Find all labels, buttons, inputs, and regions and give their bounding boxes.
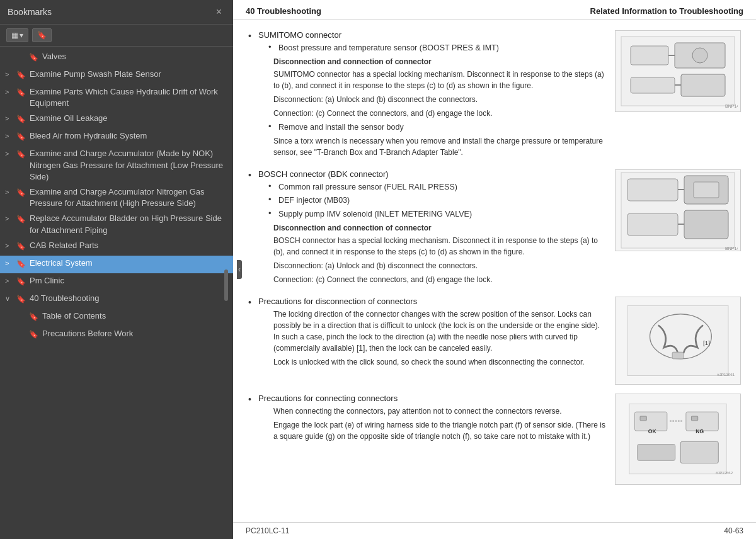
document-content[interactable]: • SUMITOMO connector • Boost pressure an… — [233, 20, 756, 522]
svg-rect-14 — [627, 213, 678, 235]
expand-arrow-electrical[interactable]: > — [5, 259, 14, 268]
sub-bullet-dot2: • — [268, 122, 273, 131]
svg-rect-32 — [680, 442, 718, 463]
connect-precautions-content: Precautions for connecting connectors Wh… — [258, 394, 607, 445]
sumitomo-disconnect: Disconnection: (a) Unlock and (b) discon… — [273, 94, 607, 105]
connect-precautions-body: When connecting the connectors, pay atte… — [273, 406, 607, 442]
bookmark-icon-valves: 🔖 — [29, 52, 38, 63]
expand-arrow-hydraulic-drift[interactable]: > — [5, 88, 14, 97]
sub-bullet-dot: • — [268, 42, 273, 52]
bookmark-icon-accumulator-high: 🔖 — [16, 188, 26, 198]
view-options-button[interactable]: ▦ ▾ — [6, 28, 28, 42]
sumitomo-desc: SUMITOMO connector has a special locking… — [273, 69, 607, 91]
lock-part-desc: Engage the lock part (e) of wiring harne… — [273, 419, 607, 442]
bookmark-item-accumulator-nok[interactable]: >🔖Examine and Charge Accumulator (Made b… — [0, 146, 233, 184]
bookmark-item-swash[interactable]: >🔖Examine Pump Swash Plate Sensor — [0, 67, 233, 84]
bullet-dot6: • — [248, 297, 253, 307]
bookmark-item-pm-clinic[interactable]: >🔖Pm Clinic — [0, 273, 233, 291]
remove-install-item: • Remove and install the sensor body — [268, 122, 607, 133]
disconnect-connect-label: Disconnection and connection of connecto… — [273, 56, 607, 67]
bookmark-tree: 🔖Valves>🔖Examine Pump Swash Plate Sensor… — [0, 47, 233, 539]
expand-arrow-accumulator-nok[interactable]: > — [5, 149, 14, 159]
bosch-image: BNP14298 — [615, 169, 741, 251]
collapse-panel-button[interactable]: ‹ — [237, 260, 242, 279]
bookmark-item-electrical[interactable]: >🔖Electrical System — [0, 256, 233, 273]
footer-page-number: 40-63 — [724, 526, 743, 535]
bookmark-label-electrical: Electrical System — [30, 258, 229, 269]
connect-precautions-section: • Precautions for connecting connectors … — [248, 394, 741, 485]
pliers-image: [1] #JP13061 — [615, 297, 741, 385]
expand-arrow-oil-leakage[interactable]: > — [5, 114, 14, 123]
expand-arrow-replace-bladder[interactable]: > — [5, 214, 14, 224]
click-sound-desc: Lock is unlocked with the click sound, s… — [273, 356, 607, 368]
bookmarks-toolbar: ▦ ▾ 🔖 — [0, 25, 233, 47]
footer-model-number: PC210LC-11 — [246, 526, 289, 535]
bosch-connect: Connection: (c) Connect the connectors, … — [273, 274, 607, 285]
disconnect-precautions-with-image: • Precautions for disconnection of conne… — [248, 297, 741, 385]
svg-text:BNP14298: BNP14298 — [725, 246, 738, 251]
bookmark-item-hydraulic-drift[interactable]: >🔖Examine Parts Which Cause Hydraulic Dr… — [0, 84, 233, 111]
sumitomo-text: • SUMITOMO connector • Boost pressure an… — [248, 30, 607, 161]
chevron-down-icon: ▾ — [20, 31, 23, 40]
bookmark-label-oil-leakage: Examine Oil Leakage — [30, 113, 229, 124]
bosch-section: • BOSCH connector (BDK connector) • Comm… — [248, 169, 741, 288]
bookmark-icon-swash: 🔖 — [16, 70, 26, 81]
expand-arrow-cab-related[interactable]: > — [5, 241, 14, 251]
disconnect-precautions-body: The locking direction of the connector c… — [273, 309, 607, 368]
bosch-disconnect-connect-label: Disconnection and connection of connecto… — [273, 222, 607, 234]
def-injector-item: • DEF injector (MB03) — [268, 195, 607, 207]
sumitomo-connect: Connection: (c) Connect the connectors, … — [273, 108, 607, 119]
pliers-diagram: [1] #JP13061 — [618, 303, 738, 378]
fuel-rail-label: Common rail pressure sensor (FUEL RAIL P… — [278, 181, 457, 193]
bookmark-item-replace-bladder[interactable]: >🔖Replace Accumulator Bladder on High Pr… — [0, 211, 233, 237]
svg-text:#JP13562: #JP13562 — [716, 471, 733, 475]
document-header: 40 Troubleshooting Related Information t… — [233, 0, 756, 20]
disconnect-precautions-title: Precautions for disconnection of connect… — [258, 297, 607, 306]
bosch-with-image: • BOSCH connector (BDK connector) • Comm… — [248, 169, 741, 288]
bookmark-icon-precautions: 🔖 — [29, 329, 38, 340]
bookmark-icon-oil-leakage: 🔖 — [16, 114, 26, 125]
sumitomo-body: Disconnection and connection of connecto… — [273, 56, 607, 119]
locking-direction-desc: The locking direction of the connector c… — [273, 309, 607, 354]
remove-install-label: Remove and install the sensor body — [278, 122, 404, 133]
fuel-rail-item: • Common rail pressure sensor (FUEL RAIL… — [268, 181, 607, 193]
sumitomo-section: • SUMITOMO connector • Boost pressure an… — [248, 30, 741, 161]
sub-bullet-dot3: • — [268, 181, 273, 191]
close-panel-button[interactable]: × — [212, 5, 226, 19]
expand-arrow-accumulator-high[interactable]: > — [5, 188, 14, 197]
disconnect-precautions-section: • Precautions for disconnection of conne… — [248, 297, 741, 385]
bullet-dot3: • — [248, 170, 253, 180]
panel-header: Bookmarks × — [0, 0, 233, 25]
lock-connector-image: OK NG #JP13562 — [615, 394, 741, 485]
bookmark-label-bleed-air: Bleed Air from Hydraulic System — [30, 130, 229, 142]
expand-arrow-bleed-air[interactable]: > — [5, 132, 14, 141]
svg-rect-31 — [638, 445, 675, 461]
add-bookmark-button[interactable]: 🔖 — [32, 28, 52, 42]
expand-arrow-pm-clinic[interactable]: > — [5, 276, 14, 286]
bookmark-item-accumulator-high[interactable]: >🔖Examine and Charge Accumulator Nitroge… — [0, 184, 233, 211]
scrollbar-thumb[interactable] — [224, 270, 228, 301]
bookmark-item-troubleshooting[interactable]: ∨🔖40 Troubleshooting — [0, 291, 233, 309]
svg-rect-13 — [694, 182, 719, 198]
bookmark-item-precautions[interactable]: 🔖Precautions Before Work — [0, 326, 233, 344]
disconnect-precautions-content: Precautions for disconnection of connect… — [258, 297, 607, 370]
bookmark-icon-electrical: 🔖 — [16, 259, 26, 270]
bookmark-item-bleed-air[interactable]: >🔖Bleed Air from Hydraulic System — [0, 128, 233, 146]
doc-section-label: 40 Troubleshooting — [246, 6, 321, 16]
bosch-title: BOSCH connector (BDK connector) — [258, 169, 607, 179]
bookmark-item-valves[interactable]: 🔖Valves — [0, 49, 233, 67]
supply-pump-label: Supply pump IMV solenoid (INLET METERING… — [278, 208, 472, 220]
expand-arrow-swash[interactable]: > — [5, 70, 14, 79]
bookmark-icon-bleed-air: 🔖 — [16, 132, 26, 142]
connect-precautions-text: • Precautions for connecting connectors … — [248, 394, 607, 445]
bookmark-item-oil-leakage[interactable]: >🔖Examine Oil Leakage — [0, 111, 233, 128]
bosch-bullet: • BOSCH connector (BDK connector) • Comm… — [248, 169, 607, 288]
sumitomo-with-image: • SUMITOMO connector • Boost pressure an… — [248, 30, 741, 161]
disconnect-precautions-text: • Precautions for disconnection of conne… — [248, 297, 607, 370]
bookmark-label-cab-related: CAB Related Parts — [30, 240, 229, 251]
expand-arrow-troubleshooting[interactable]: ∨ — [5, 294, 14, 304]
sub-bullet-dot4: • — [268, 195, 273, 204]
bookmark-item-cab-related[interactable]: >🔖CAB Related Parts — [0, 238, 233, 256]
bookmark-item-toc[interactable]: 🔖Table of Contents — [0, 309, 233, 326]
svg-rect-1 — [631, 46, 668, 65]
